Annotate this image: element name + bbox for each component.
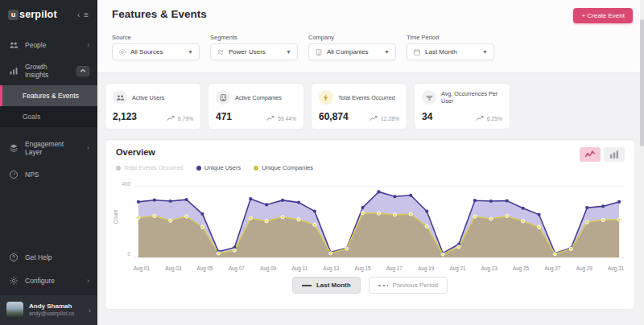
sidebar-item-label: Configure xyxy=(25,277,55,285)
logo-wordmark: serpilot xyxy=(19,9,57,20)
stat-value: 471 xyxy=(216,111,232,122)
chevron-up-icon[interactable] xyxy=(76,66,89,76)
sidebar-item-engagement-layer[interactable]: Engagement Layer › xyxy=(0,134,97,162)
solid-line-icon xyxy=(302,282,312,289)
stat-label: Avg. Occurrences Per User xyxy=(441,90,502,105)
legend-dot xyxy=(116,166,121,171)
trend-value: 59.44% xyxy=(278,116,296,121)
stat-value: 2,123 xyxy=(113,111,137,122)
company-select[interactable]: All Companies ▼ xyxy=(308,43,396,60)
sidebar-item-goals[interactable]: Goals xyxy=(0,106,97,127)
chart-type-toggles xyxy=(580,147,625,162)
legend-unique-companies[interactable]: Unique Companies xyxy=(254,164,313,171)
sidebar: userpilot ‹ ≡ People › Growth Insights F… xyxy=(0,0,97,325)
filter-label: Segments xyxy=(210,34,298,41)
dashed-line-icon xyxy=(378,282,388,289)
line-chart-toggle[interactable] xyxy=(580,147,601,162)
overview-card: Overview Total Events Occurred xyxy=(105,139,635,310)
scrollbar-thumb[interactable] xyxy=(640,19,644,146)
trend-value: 6.25% xyxy=(487,116,502,121)
app-window: userpilot ‹ ≡ People › Growth Insights F… xyxy=(0,0,644,325)
filter-segments: Segments Power Users ▼ xyxy=(210,34,298,60)
building-icon xyxy=(216,90,230,105)
sidebar-subitem-label: Goals xyxy=(23,113,40,121)
y-axis-tick: 400 xyxy=(118,181,130,187)
filter-label: Company xyxy=(308,34,396,41)
calendar-icon xyxy=(413,48,421,56)
chart-plot-area[interactable] xyxy=(134,177,624,264)
sidebar-item-features-events[interactable]: Features & Events xyxy=(0,85,97,106)
previous-period-button[interactable]: Previous Period xyxy=(369,277,448,294)
area-chart: Count 400 0 xyxy=(116,177,624,264)
content-area: Active Users 2,123 6.79% xyxy=(97,73,644,325)
sidebar-item-growth-insights[interactable]: Growth Insights xyxy=(0,56,97,85)
sidebar-item-label: Growth Insights xyxy=(25,63,70,79)
sidebar-item-people[interactable]: People › xyxy=(0,33,97,56)
sidebar-item-get-help[interactable]: Get Help xyxy=(0,245,97,269)
people-icon xyxy=(8,39,19,50)
trend-up-icon xyxy=(167,115,175,122)
chevron-right-icon: › xyxy=(87,277,89,285)
x-axis-tick: Aug 11 xyxy=(291,265,308,271)
x-axis-tick: Aug 21 xyxy=(450,265,466,271)
trend-up-icon xyxy=(369,115,378,122)
sidebar-item-label: People xyxy=(25,41,46,49)
filter-source: Source All Sources ▼ xyxy=(112,34,200,60)
x-axis-tick: Aug 05 xyxy=(197,265,213,271)
legend-dot xyxy=(254,166,258,171)
filter-bar: Source All Sources ▼ Segments Power User… xyxy=(97,23,644,73)
main-content: Features & Events + Create Event Source … xyxy=(97,0,644,325)
page-title: Features & Events xyxy=(112,8,207,20)
scrollbar[interactable] xyxy=(640,0,644,325)
sidebar-item-configure[interactable]: Configure › xyxy=(0,269,97,295)
period-buttons: Last Month Previous Period xyxy=(116,277,624,294)
gear-icon xyxy=(8,275,19,286)
chevron-right-icon: › xyxy=(87,144,89,152)
legend-total-events[interactable]: Total Events Occurred xyxy=(116,164,184,171)
legend-dot xyxy=(196,166,201,171)
x-axis-tick: Aug 19 xyxy=(418,265,434,271)
gear-icon xyxy=(118,48,126,56)
filter-label: Source xyxy=(112,34,200,41)
stat-label: Active Users xyxy=(132,94,164,101)
collapse-sidebar-icon[interactable]: ‹ ≡ xyxy=(77,10,89,19)
create-event-button[interactable]: + Create Event xyxy=(573,8,633,23)
stat-label: Total Events Occurred xyxy=(338,94,395,101)
select-value: Last Month xyxy=(425,48,457,56)
overview-title: Overview xyxy=(116,147,624,157)
last-month-button[interactable]: Last Month xyxy=(292,277,361,294)
trend-value: 6.79% xyxy=(178,116,193,121)
x-axis-tick: Aug 27 xyxy=(544,265,560,271)
stat-value: 60,874 xyxy=(319,111,349,122)
chart-legend: Total Events Occurred Unique Users Uniqu… xyxy=(116,164,624,171)
chevron-down-icon: ▼ xyxy=(286,49,291,55)
y-axis-tick: 0 xyxy=(118,251,130,257)
bar-chart-icon xyxy=(8,66,19,76)
select-value: All Companies xyxy=(327,48,369,56)
logo-u-badge: u xyxy=(8,10,19,20)
bar-chart-icon xyxy=(609,149,619,161)
sidebar-item-nps[interactable]: NPS xyxy=(0,162,97,186)
legend-unique-users[interactable]: Unique Users xyxy=(196,164,241,171)
segments-select[interactable]: Power Users ▼ xyxy=(210,43,298,60)
select-value: All Sources xyxy=(130,48,163,56)
time-period-select[interactable]: Last Month ▼ xyxy=(407,43,494,60)
stat-label: Active Companies xyxy=(235,94,282,101)
trend-up-icon xyxy=(476,115,485,122)
people-group-icon xyxy=(113,90,127,105)
chevron-down-icon: ▼ xyxy=(188,49,193,55)
x-axis-tick: Aug 13 xyxy=(323,265,339,271)
legend-label: Unique Companies xyxy=(262,164,313,171)
source-select[interactable]: All Sources ▼ xyxy=(112,43,200,60)
user-menu[interactable]: Andy Shamah andy@userpilot.co › xyxy=(0,295,97,325)
bar-chart-toggle[interactable] xyxy=(604,147,625,162)
x-axis-tick: Aug 03 xyxy=(165,265,181,271)
nps-gauge-icon xyxy=(8,169,19,179)
sidebar-item-label: NPS xyxy=(25,171,39,179)
legend-label: Unique Users xyxy=(204,164,241,171)
x-axis-tick: Aug 25 xyxy=(513,265,529,271)
stat-card-active-users: Active Users 2,123 6.79% xyxy=(105,83,201,130)
x-axis-tick: Aug 09 xyxy=(260,265,276,271)
sidebar-subitem-label: Features & Events xyxy=(23,92,79,100)
filter-company: Company All Companies ▼ xyxy=(308,34,396,60)
